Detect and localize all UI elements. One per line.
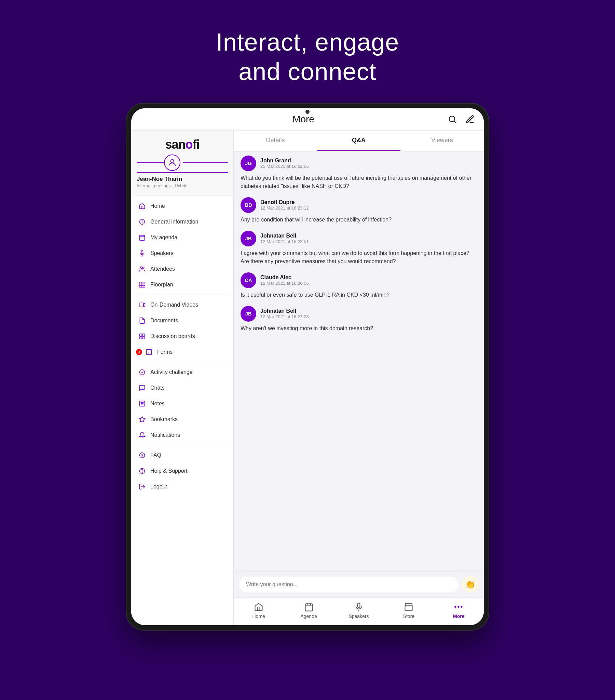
avatar-bd: BD [240,197,256,213]
qa-text-3: I agree with your comments but what can … [240,249,477,265]
tab-viewers[interactable]: Viewers [400,130,484,151]
sidebar-label-floorplan: Floorplan [150,282,173,288]
sidebar-item-bookmarks[interactable]: Bookmarks [131,412,233,427]
profile-name: Jean-Noe Tharin [137,176,228,183]
sidebar-item-discussion-boards[interactable]: Discussion boards [131,328,233,344]
sidebar-label-general-info: General information [150,219,199,225]
sidebar-item-my-agenda[interactable]: My agenda [131,230,233,246]
compose-icon[interactable] [465,114,476,125]
sidebar-item-forms[interactable]: 3 Forms [131,344,233,360]
svg-rect-24 [140,337,142,339]
sidebar-item-logout[interactable]: Logout [131,479,233,495]
sidebar: sanofi Jean-Noe Tharin Internal meeti [131,130,234,625]
svg-point-13 [140,266,142,268]
svg-rect-41 [305,604,312,611]
svg-rect-20 [139,303,144,307]
faq-icon [138,451,146,459]
bottom-nav-speakers[interactable]: Speakers [345,602,373,619]
question-input[interactable] [239,577,459,592]
profile-subtitle: Internal meetings - Hybrid [137,183,228,188]
sidebar-item-attendees[interactable]: Attendees [131,261,233,277]
bottom-nav-more[interactable]: ••• More [445,602,473,619]
sidebar-item-activity-challenge[interactable]: Activity challenge [131,364,233,380]
profile-row [137,152,228,173]
tab-qa[interactable]: Q&A [317,130,400,151]
sidebar-label-help-support: Help & Support [150,468,188,474]
mic-icon [138,249,146,258]
svg-point-30 [140,370,145,375]
sidebar-item-notes[interactable]: Notes [131,396,233,412]
form-icon [145,348,153,356]
sidebar-item-on-demand[interactable]: On-Demand Videos [131,297,233,313]
sidebar-label-documents: Documents [150,317,178,324]
qa-item-1: JG John Grand 25 Mar 2021 at 16:22:56 Wh… [240,155,477,190]
svg-rect-6 [140,235,145,240]
tab-details[interactable]: Details [234,130,317,151]
sidebar-item-documents[interactable]: Documents [131,313,233,328]
svg-point-14 [142,267,144,268]
bottom-agenda-label: Agenda [300,613,317,619]
sidebar-label-notifications: Notifications [150,432,180,438]
avatar[interactable] [164,154,180,171]
bell-icon [138,431,146,439]
sidebar-item-help-support[interactable]: Help & Support [131,463,233,479]
bottom-speakers-label: Speakers [349,613,369,619]
qa-text-5: Why aren't we investing more in this dom… [240,324,477,333]
qa-time-2: 12 Mar 2021 at 16:23:12 [260,205,309,211]
svg-marker-21 [143,303,145,307]
sidebar-label-discussion-boards: Discussion boards [150,333,195,339]
sidebar-item-chats[interactable]: Chats [131,380,233,396]
sidebar-item-notifications[interactable]: Notifications [131,427,233,443]
bottom-more-icon: ••• [454,602,464,612]
qa-text-2: Any pre-condition that will increase the… [240,216,477,224]
tabs-row: Details Q&A Viewers [234,130,484,151]
qa-time-5: 12 Mar 2021 at 16:27:23 [260,314,309,319]
topbar-title: More [292,114,314,125]
activity-icon [138,368,146,376]
svg-point-2 [171,159,174,162]
sidebar-item-faq[interactable]: FAQ [131,447,233,463]
bottom-store-label: Store [403,613,414,619]
sidebar-item-home[interactable]: Home [131,198,233,214]
search-icon[interactable] [447,114,458,125]
qa-text-1: What do you think will be the potential … [240,174,477,190]
map-icon [138,280,146,289]
tablet-notch [305,110,310,114]
svg-rect-22 [140,334,142,336]
sidebar-item-speakers[interactable]: Speakers [131,246,233,261]
qa-list: JG John Grand 25 Mar 2021 at 16:22:56 Wh… [234,151,484,571]
bottom-speakers-icon [354,602,364,612]
qa-text-4: Is it useful or even safe to use GLP-1 R… [240,291,477,299]
sidebar-label-speakers: Speakers [150,250,174,257]
qa-item-2: BD Benoit Dupre 12 Mar 2021 at 16:23:12 … [240,197,477,224]
info-icon [138,218,146,226]
right-panel: Details Q&A Viewers JG John Grand 25 Mar… [234,130,484,625]
bottom-nav: Home Agenda Speakers [234,598,484,625]
bottom-nav-home[interactable]: Home [245,602,272,619]
bottom-nav-store[interactable]: Store [395,602,422,619]
input-row: 👏 [234,571,484,598]
logout-icon [138,483,146,491]
avatar-jb1: JB [240,231,256,247]
bottom-store-icon [403,602,414,612]
main-content: sanofi Jean-Noe Tharin Internal meeti [131,130,484,625]
topbar-icons [447,114,476,125]
svg-rect-25 [142,337,145,339]
nav-separator-1 [137,295,228,295]
qa-name-5: Johnatan Bell [260,308,309,314]
avatar-jg: JG [240,155,256,171]
sidebar-label-on-demand: On-Demand Videos [150,302,198,308]
bottom-more-label: More [453,613,464,619]
emoji-button[interactable]: 👏 [462,576,478,593]
help-icon [138,467,146,475]
qa-name-3: Johnatan Bell [260,233,309,239]
sidebar-item-floorplan[interactable]: Floorplan [131,277,233,292]
bottom-nav-agenda[interactable]: Agenda [295,602,323,619]
chat-icon [138,384,146,392]
svg-rect-23 [142,334,145,336]
sidebar-item-general-info[interactable]: General information [131,214,233,230]
headline-line2: and connect [238,58,376,85]
home-icon [138,202,146,210]
bottom-home-label: Home [252,613,265,619]
sidebar-label-bookmarks: Bookmarks [150,416,178,423]
